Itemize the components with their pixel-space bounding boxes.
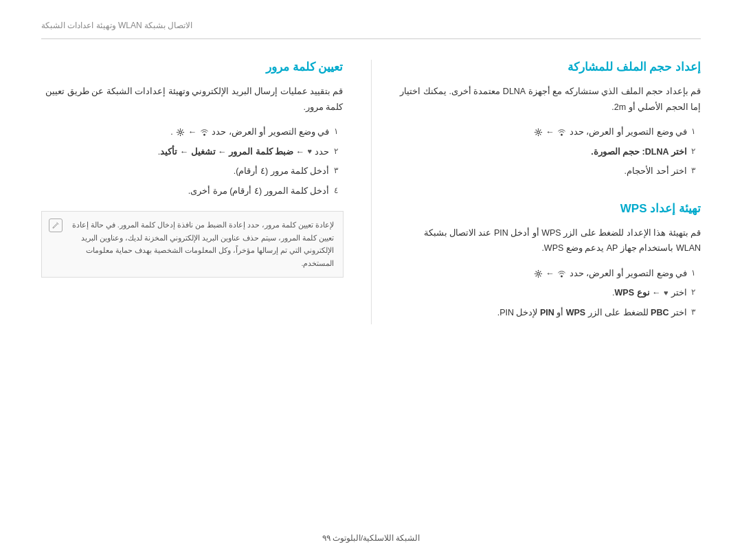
section-password-title: تعيين كلمة مرور (41, 60, 344, 74)
step-number: ٣ (691, 164, 701, 179)
page-container: الاتصال بشبكة WLAN وتهيئة اعدادات الشبكة… (0, 0, 742, 560)
section-file-size: إعداد حجم الملف للمشاركة قم بإعداد حجم ا… (399, 60, 701, 179)
two-columns-layout: إعداد حجم الملف للمشاركة قم بإعداد حجم ا… (41, 60, 701, 324)
page-footer: الشبكة اللاسلكية/البلوتوث ٩٩ (0, 533, 742, 543)
section-file-size-intro: قم بإعداد حجم الملف الذي ستشاركه مع أجهز… (399, 84, 701, 115)
step-item: ٢ اختر ♥ ← نوع WPS. (399, 285, 701, 301)
step-text: في وضع التصوير أو العرض، حدد ← (399, 124, 688, 140)
step-text: في وضع التصوير أو العرض، حدد ← (41, 124, 330, 140)
step-text: اختر ♥ ← نوع WPS. (399, 285, 688, 301)
breadcrumb: الاتصال بشبكة WLAN وتهيئة اعدادات الشبكة (41, 21, 701, 39)
section-wps-title: تهيئة إعداد WPS (399, 201, 701, 216)
gear-icon-3 (176, 128, 185, 137)
step-item: ١ في وضع التصوير أو العرض، حدد ← (399, 266, 701, 282)
svg-point-1 (537, 272, 539, 275)
section-password-steps: ١ في وضع التصوير أو العرض، حدد ← (41, 124, 344, 199)
svg-point-2 (179, 131, 182, 134)
step-number: ٤ (334, 183, 344, 199)
breadcrumb-text: الاتصال بشبكة WLAN وتهيئة اعدادات الشبكة (41, 21, 192, 30)
footer-text: الشبكة اللاسلكية/البلوتوث ٩٩ (322, 534, 420, 542)
step-item: ٣ اختر PBC للضغط على الزر WPS أو PIN لإد… (399, 305, 701, 321)
column-divider (371, 60, 372, 324)
section-file-size-title: إعداد حجم الملف للمشاركة (399, 60, 701, 74)
step-number: ٣ (691, 305, 701, 320)
column-right: إعداد حجم الملف للمشاركة قم بإعداد حجم ا… (399, 60, 701, 324)
step-number: ٢ (334, 144, 344, 159)
step-number: ٢ (691, 285, 701, 300)
section-wps-steps: ١ في وضع التصوير أو العرض، حدد ← (399, 266, 701, 321)
step-item: ٢ حدد ♥ ← ضبط كلمة المرور ← تشغيل ← تأكي… (41, 144, 344, 160)
section-file-size-steps: ١ في وضع التصوير أو العرض، حدد ← (399, 124, 701, 179)
step-number: ١ (691, 124, 701, 139)
step-item: ١ في وضع التصوير أو العرض، حدد ← (41, 124, 344, 140)
gear-icon (534, 128, 543, 137)
step-text: حدد ♥ ← ضبط كلمة المرور ← تشغيل ← تأكيد. (41, 144, 330, 160)
step-text: أدخل كلمة مرور (٤ أرقام). (41, 164, 330, 179)
step-item: ٣ اختر أحد الأحجام. (399, 164, 701, 179)
column-left: تعيين كلمة مرور قم بتقييد عمليات إرسال ا… (41, 60, 344, 324)
pencil-icon (52, 221, 60, 229)
step-item: ١ في وضع التصوير أو العرض، حدد ← (399, 124, 701, 140)
step-text: أدخل كلمة المرور (٤ أرقام) مرة أخرى. (41, 183, 330, 199)
note-box: لإعادة تعيين كلمة مرور، حدد إعادة الضبط … (41, 211, 344, 278)
step-text: في وضع التصوير أو العرض، حدد ← (399, 266, 688, 282)
wifi-icon-3 (200, 128, 209, 137)
section-password: تعيين كلمة مرور قم بتقييد عمليات إرسال ا… (41, 60, 344, 199)
svg-point-0 (537, 131, 539, 134)
step-text: اختر أحد الأحجام. (399, 164, 688, 179)
step-item: ٣ أدخل كلمة مرور (٤ أرقام). (41, 164, 344, 179)
step-item: ٢ اختر DLNA: حجم الصورة. (399, 144, 701, 160)
step-text: اختر DLNA: حجم الصورة. (399, 144, 688, 160)
section-wps-intro: قم بتهيئة هذا الإعداد للضغط على الزر WPS… (399, 225, 701, 256)
wifi-icon-2 (557, 269, 566, 278)
section-password-intro: قم بتقييد عمليات إرسال البريد الإلكتروني… (41, 84, 344, 115)
step-number: ١ (691, 266, 701, 281)
step-item: ٤ أدخل كلمة المرور (٤ أرقام) مرة أخرى. (41, 183, 344, 199)
step-number: ١ (334, 124, 344, 139)
step-number: ٣ (334, 164, 344, 179)
wifi-icon (557, 128, 566, 137)
gear-icon-2 (534, 269, 543, 278)
section-wps: تهيئة إعداد WPS قم بتهيئة هذا الإعداد لل… (399, 201, 701, 321)
note-text: لإعادة تعيين كلمة مرور، حدد إعادة الضبط … (72, 221, 335, 267)
step-text: اختر PBC للضغط على الزر WPS أو PIN لإدخل… (399, 305, 688, 321)
step-number: ٢ (691, 144, 701, 159)
note-icon (49, 219, 63, 232)
